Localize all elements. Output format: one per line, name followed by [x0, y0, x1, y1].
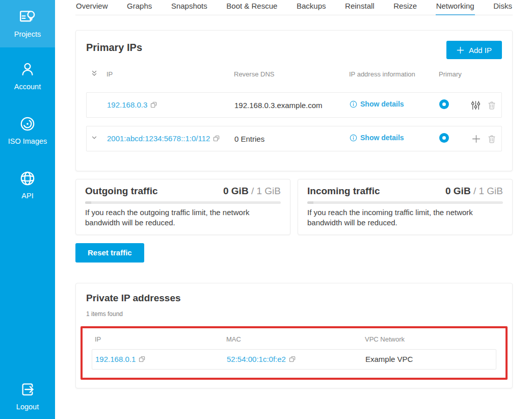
reverse-dns-cell: 0 Entries	[234, 135, 350, 143]
plus-icon	[471, 134, 481, 144]
info-icon	[350, 134, 357, 142]
sidebar-item-iso-images[interactable]: ISO Images	[0, 102, 55, 156]
sidebar-item-logout[interactable]: Logout	[0, 368, 55, 419]
primary-cell	[439, 99, 470, 111]
items-found-count: 1 items found	[86, 310, 502, 318]
vpc-network-cell: Example VPC	[365, 355, 496, 363]
private-ip-link[interactable]: 192.168.0.1	[95, 355, 136, 363]
tab-disks[interactable]: Disks	[493, 2, 513, 15]
add-ip-button-label: Add IP	[469, 46, 492, 55]
incoming-traffic-card: Incoming traffic 0 GiB / 1 GiB If you re…	[298, 179, 513, 235]
add-reverse-dns-button[interactable]	[471, 134, 481, 144]
delete-ip-button[interactable]	[487, 134, 496, 144]
ip-link[interactable]: 192.168.0.3	[107, 100, 147, 109]
plus-icon	[457, 46, 464, 54]
tab-resize[interactable]: Resize	[393, 2, 417, 15]
ip-link[interactable]: 2001:abcd:1234:5678::1:0/112	[107, 134, 210, 143]
column-header-ip-info: IP address information	[349, 70, 439, 78]
tab-bar: Overview Graphs Snapshots Boot & Rescue …	[75, 0, 513, 15]
tab-graphs[interactable]: Graphs	[126, 2, 152, 15]
row-actions	[470, 134, 501, 144]
app-root: Projects Account ISO Images	[0, 0, 532, 419]
column-header-ip: IP	[92, 335, 226, 343]
trash-icon	[487, 100, 496, 110]
main-content: Overview Graphs Snapshots Boot & Rescue …	[55, 0, 532, 419]
primary-ips-header: Primary IPs Add IP	[86, 41, 502, 59]
private-ips-title: Private IP addresses	[86, 293, 502, 304]
tab-boot-rescue[interactable]: Boot & Rescue	[226, 2, 278, 15]
outgoing-traffic-description: If you reach the outgoing traffic limit,…	[85, 207, 281, 228]
account-icon	[19, 61, 36, 78]
traffic-limit-value: 1 GiB	[256, 186, 281, 196]
delete-ip-button[interactable]	[487, 100, 496, 110]
ip-info-cell: Show details	[350, 100, 439, 110]
trash-icon	[487, 134, 496, 144]
show-details-label: Show details	[360, 134, 404, 142]
mac-link[interactable]: 52:54:00:1c:0f:e2	[227, 355, 286, 363]
traffic-cards-row: Outgoing traffic 0 GiB / 1 GiB If you re…	[75, 179, 513, 235]
outgoing-traffic-usage: 0 GiB / 1 GiB	[223, 186, 281, 197]
tab-networking[interactable]: Networking	[436, 2, 475, 15]
traffic-separator: /	[473, 186, 476, 196]
traffic-progress-fill	[307, 201, 313, 204]
show-details-link[interactable]: Show details	[350, 134, 404, 142]
sidebar-item-label: Logout	[16, 403, 39, 411]
incoming-traffic-usage: 0 GiB / 1 GiB	[445, 186, 503, 197]
traffic-limit-value: 1 GiB	[478, 186, 503, 196]
sidebar: Projects Account ISO Images	[0, 0, 55, 419]
primary-ip-row: 2001:abcd:1234:5678::1:0/112 0 Entries S…	[86, 126, 502, 151]
outgoing-traffic-title: Outgoing traffic	[85, 186, 157, 197]
api-icon	[19, 170, 36, 187]
add-ip-button[interactable]: Add IP	[446, 41, 502, 59]
traffic-used-value: 0 GiB	[445, 186, 471, 196]
column-header-ip: IP	[107, 70, 234, 78]
copy-icon[interactable]	[289, 356, 296, 362]
show-details-label: Show details	[360, 100, 404, 108]
primary-ip-row: 192.168.0.3 192.168.0.3.example.com Show…	[86, 92, 502, 118]
copy-icon[interactable]	[213, 135, 220, 142]
reset-traffic-button[interactable]: Reset traffic	[75, 243, 144, 263]
sidebar-spacer	[0, 211, 55, 368]
logout-icon	[19, 381, 36, 398]
sidebar-item-label: API	[21, 192, 33, 200]
copy-icon[interactable]	[139, 356, 145, 362]
sidebar-item-account[interactable]: Account	[0, 47, 55, 102]
primary-ips-card: Primary IPs Add IP IP Reverse DNS IP add…	[75, 30, 513, 171]
tab-backups[interactable]: Backups	[296, 2, 327, 15]
primary-radio[interactable]	[439, 133, 449, 143]
primary-cell	[439, 133, 470, 145]
private-ips-card: Private IP addresses 1 items found IP MA…	[75, 283, 513, 388]
tab-overview[interactable]: Overview	[75, 2, 109, 15]
copy-icon[interactable]	[150, 101, 157, 108]
projects-icon	[18, 7, 37, 25]
traffic-separator: /	[251, 186, 254, 196]
private-ip-row: 192.168.0.1 52:54:00:1c:0f:e2	[92, 349, 496, 370]
sidebar-item-label: ISO Images	[8, 137, 47, 145]
tab-reinstall[interactable]: Reinstall	[344, 2, 375, 15]
sidebar-item-label: Account	[14, 83, 41, 91]
ip-cell: 192.168.0.3	[107, 100, 234, 110]
ip-settings-button[interactable]	[470, 100, 481, 111]
tab-snapshots[interactable]: Snapshots	[171, 2, 208, 15]
info-icon	[350, 100, 357, 108]
sidebar-item-projects[interactable]: Projects	[0, 0, 55, 47]
column-header-vpc-network: VPC Network	[365, 335, 496, 343]
primary-radio[interactable]	[439, 99, 449, 109]
primary-ips-title: Primary IPs	[86, 41, 142, 54]
expand-all-icon[interactable]	[86, 69, 107, 79]
ip-cell: 2001:abcd:1234:5678::1:0/112	[107, 134, 234, 143]
column-header-reverse-dns: Reverse DNS	[234, 70, 349, 78]
show-details-link[interactable]: Show details	[350, 100, 404, 108]
incoming-traffic-description: If you reach the incoming traffic limit,…	[307, 207, 503, 228]
iso-images-icon	[19, 115, 36, 133]
incoming-traffic-title: Incoming traffic	[307, 186, 380, 197]
primary-ips-table-header: IP Reverse DNS IP address information Pr…	[86, 69, 502, 79]
traffic-progress-bar	[85, 201, 281, 204]
column-header-mac: MAC	[226, 335, 365, 343]
row-expander[interactable]	[87, 134, 107, 143]
traffic-used-value: 0 GiB	[223, 186, 249, 196]
private-ips-table-header: IP MAC VPC Network	[92, 333, 496, 343]
chevron-down-icon	[91, 134, 98, 141]
sidebar-item-api[interactable]: API	[0, 156, 55, 211]
ip-info-cell: Show details	[350, 134, 439, 144]
